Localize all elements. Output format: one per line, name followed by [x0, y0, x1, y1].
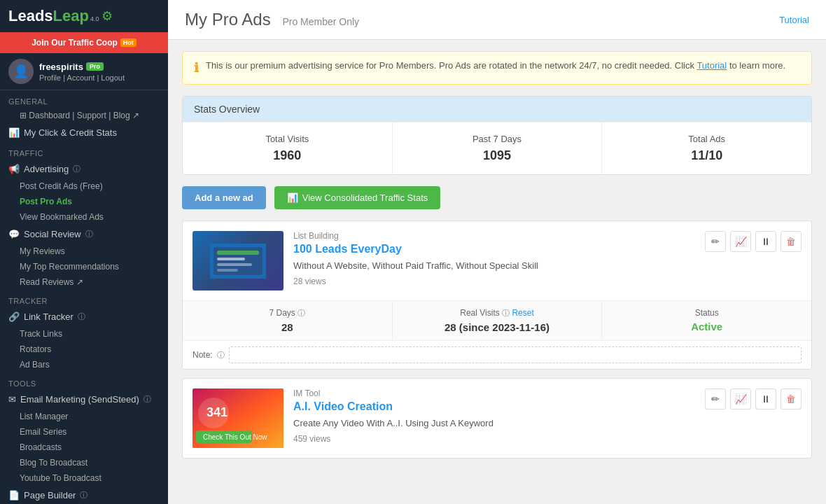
sidebar-item-page-builder[interactable]: 📄 Page Builder ⓘ [0, 486, 168, 504]
ad-2-delete-button[interactable]: 🗑 [780, 388, 802, 410]
realvisits-info-icon[interactable]: ⓘ [502, 309, 510, 317]
sidebar-item-youtube-to-broadcast[interactable]: Youtube To Broadcast [0, 470, 168, 486]
avatar: 👤 [8, 59, 34, 84]
svg-rect-3 [217, 258, 245, 260]
link-tracker-label: Link Tracker [24, 312, 74, 322]
ad-1-delete-button[interactable]: 🗑 [780, 231, 802, 252]
page-builder-info-icon[interactable]: ⓘ [80, 490, 88, 500]
sidebar-item-click-credit[interactable]: 📊 My Click & Credit Stats [0, 123, 168, 142]
info-banner: ℹ This is our premium advertising servic… [182, 51, 812, 85]
ad-card-2-header: 341 Check This Out Now IM Tool A.I. Vide… [183, 379, 811, 458]
info-banner-text: This is our premium advertising service … [206, 60, 785, 71]
add-new-ad-button[interactable]: Add a new ad [182, 186, 266, 209]
sidebar-item-view-bookmarked[interactable]: View Bookmarked Ads [0, 209, 168, 225]
ad-2-desc: Create Any Video With A..I. Using Just A… [293, 416, 695, 430]
ad-2-pause-button[interactable]: ⏸ [755, 388, 776, 410]
sidebar-item-list-manager[interactable]: List Manager [0, 409, 168, 424]
ad-thumb-2: 341 Check This Out Now [192, 388, 284, 448]
ad-card-1: List Building 100 Leads EveryDay Without… [182, 220, 812, 370]
ad-card-2: 341 Check This Out Now IM Tool A.I. Vide… [182, 378, 812, 458]
ad-1-7days-cell: 7 Days ⓘ 28 [183, 301, 393, 340]
ad-1-actions: ✏ 📈 ⏸ 🗑 [705, 231, 802, 252]
sidebar-item-read-reviews[interactable]: Read Reviews ↗ [0, 274, 168, 290]
logout-link[interactable]: Logout [101, 74, 125, 82]
note-info-icon[interactable]: ⓘ [217, 350, 225, 360]
view-stats-label: View Consolidated Traffic Stats [302, 192, 428, 203]
page-builder-icon: 📄 [8, 490, 20, 500]
link-tracker-icon: 🔗 [8, 312, 20, 322]
ad-1-edit-button[interactable]: ✏ [705, 231, 726, 252]
svg-text:Check This Out Now: Check This Out Now [203, 433, 267, 441]
main-header: My Pro Ads Pro Member Only Tutorial [168, 0, 826, 40]
view-traffic-stats-button[interactable]: 📊 View Consolidated Traffic Stats [274, 186, 440, 209]
ad-2-title[interactable]: A.I. Video Creation [293, 400, 695, 413]
sidebar-item-dashboard[interactable]: ⊞ Dashboard | Support | Blog ↗ [0, 108, 168, 123]
sidebar-item-top-recommendations[interactable]: My Top Recommendations [0, 259, 168, 274]
email-info-icon[interactable]: ⓘ [144, 394, 151, 405]
info-icon: ℹ [194, 60, 199, 76]
ad-card-1-header: List Building 100 Leads EveryDay Without… [183, 221, 811, 300]
stat-past-7-value: 1095 [404, 148, 591, 163]
social-review-label: Social Review [24, 229, 81, 239]
sidebar-item-post-pro-ads[interactable]: Post Pro Ads [0, 194, 168, 209]
stat-total-ads: Total Ads 11/10 [602, 122, 811, 174]
sidebar-item-ad-bars[interactable]: Ad Bars [0, 357, 168, 372]
info-text-after: to learn more. [729, 60, 785, 71]
section-tracker: Tracker [0, 293, 168, 307]
ad-1-stats-row: 7 Days ⓘ 28 Real Visits ⓘ Reset 28 (sinc… [183, 300, 811, 340]
pro-badge: Pro [86, 62, 104, 71]
page-title-text: My Pro Ads [185, 10, 271, 29]
sidebar-item-email-marketing[interactable]: ✉ Email Marketing (SendSteed) ⓘ [0, 390, 168, 409]
ad-2-edit-button[interactable]: ✏ [705, 388, 726, 410]
sidebar-item-broadcasts[interactable]: Broadcasts [0, 440, 168, 455]
advertising-icon: 📢 [8, 164, 20, 174]
logo: LeadsLeap [8, 7, 89, 25]
stat-total-visits-value: 1960 [194, 148, 381, 163]
sidebar-item-social-review[interactable]: 💬 Social Review ⓘ [0, 225, 168, 244]
note-label: Note: [192, 350, 213, 360]
traffic-coop-button[interactable]: Join Our Traffic Coop Hot [0, 32, 168, 53]
sidebar-item-post-credit-ads[interactable]: Post Credit Ads (Free) [0, 178, 168, 194]
account-link[interactable]: Account [67, 74, 95, 82]
social-review-info-icon[interactable]: ⓘ [85, 229, 93, 239]
reset-link[interactable]: Reset [512, 308, 533, 318]
sidebar-item-rotators[interactable]: Rotators [0, 342, 168, 357]
ad-2-chart-button[interactable]: 📈 [730, 388, 751, 410]
profile-link[interactable]: Profile [39, 74, 61, 82]
ad-1-chart-button[interactable]: 📈 [730, 231, 751, 252]
traffic-coop-label: Join Our Traffic Coop [31, 38, 118, 48]
click-credit-label: My Click & Credit Stats [24, 127, 117, 138]
sidebar-item-link-tracker[interactable]: 🔗 Link Tracker ⓘ [0, 307, 168, 326]
stat-total-ads-label: Total Ads [613, 134, 800, 144]
username: freespirits Pro [39, 62, 160, 72]
page-builder-label: Page Builder [24, 490, 76, 500]
sidebar-item-my-reviews[interactable]: My Reviews [0, 244, 168, 259]
external-icon: ↗ [132, 111, 139, 120]
link-tracker-info-icon[interactable]: ⓘ [78, 312, 85, 322]
ad-1-title[interactable]: 100 Leads EveryDay [293, 243, 695, 255]
logo-bar: LeadsLeap 4.0 ⚙ [0, 0, 168, 32]
sidebar-item-blog-to-broadcast[interactable]: Blog To Broadcast [0, 455, 168, 470]
page-title: My Pro Ads Pro Member Only [185, 10, 359, 29]
section-tools: Tools [0, 375, 168, 390]
note-input[interactable] [229, 346, 802, 363]
7days-info-icon[interactable]: ⓘ [298, 309, 305, 317]
section-general: General [0, 93, 168, 108]
ad-1-pause-button[interactable]: ⏸ [755, 231, 776, 252]
user-info: freespirits Pro Profile | Account | Logo… [39, 62, 160, 82]
stat-total-visits-label: Total Visits [194, 134, 381, 144]
sidebar-item-email-series[interactable]: Email Series [0, 424, 168, 440]
page-title-area: My Pro Ads Pro Member Only [185, 10, 359, 29]
ad-1-realvisits-cell: Real Visits ⓘ Reset 28 (since 2023-11-16… [393, 301, 603, 340]
advertising-info-icon[interactable]: ⓘ [73, 164, 80, 174]
main-content: My Pro Ads Pro Member Only Tutorial ℹ Th… [168, 0, 826, 504]
sidebar-item-track-links[interactable]: Track Links [0, 326, 168, 342]
ad-2-category: IM Tool [293, 388, 695, 398]
ad-card-1-info: List Building 100 Leads EveryDay Without… [293, 231, 695, 286]
ad-1-7days-value: 28 [190, 321, 385, 333]
ext-icon: ↗ [76, 277, 83, 287]
tutorial-link[interactable]: Tutorial [779, 15, 809, 25]
sidebar-item-advertising[interactable]: 📢 Advertising ⓘ [0, 160, 168, 178]
info-tutorial-link[interactable]: Tutorial [696, 60, 727, 71]
logo-leads: Leads [8, 7, 53, 24]
